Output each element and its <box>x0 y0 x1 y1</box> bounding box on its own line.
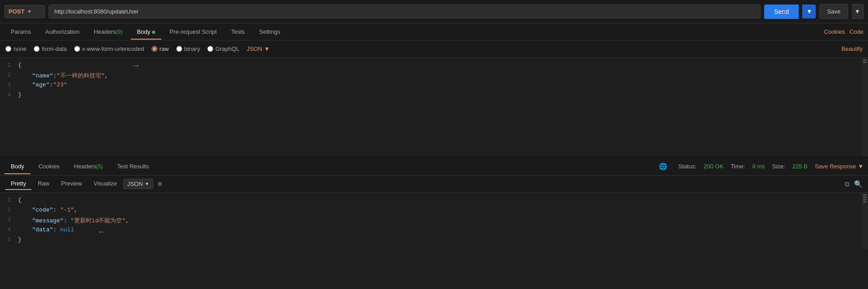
radio-form-data[interactable]: form-data <box>34 45 67 52</box>
size-value: 225 B <box>792 163 808 170</box>
tab-params[interactable]: Params <box>4 25 37 40</box>
tabs-right-links: Cookies Code <box>824 28 864 35</box>
req-line-3: 3 "age":"23" <box>0 81 868 91</box>
resp-scrollbar[interactable] <box>862 193 868 249</box>
resp-arrow-annotation: ← <box>99 227 104 237</box>
beautify-button[interactable]: Beautify <box>841 45 863 52</box>
json-format-dropdown[interactable]: JSON ▼ <box>246 45 270 52</box>
req-line-4: 4 } <box>0 91 868 101</box>
fmt-tab-pretty[interactable]: Pretty <box>5 178 31 190</box>
send-button[interactable]: Send <box>764 5 799 19</box>
resp-line-2: 2 "code": "-1", <box>0 206 868 216</box>
url-input-wrapper: → <box>49 5 761 18</box>
method-select[interactable]: POST ▼ <box>4 5 45 18</box>
time-label: Time: <box>731 163 745 170</box>
save-dropdown-button[interactable]: ▼ <box>852 4 864 19</box>
lower-section: Body Cookies Headers(5) Test Results 🌐 S… <box>0 158 868 249</box>
resp-line-5: 5 } <box>0 236 868 246</box>
resp-json-dropdown-arrow: ▼ <box>145 181 149 186</box>
save-response-dropdown-icon: ▼ <box>858 163 864 170</box>
fmt-tab-visualize[interactable]: Visualize <box>88 178 122 190</box>
globe-icon: 🌐 <box>659 163 667 171</box>
cookies-link[interactable]: Cookies <box>824 28 845 35</box>
save-button[interactable]: Save <box>819 4 848 19</box>
size-label: Size: <box>772 163 785 170</box>
fmt-tab-raw[interactable]: Raw <box>32 178 55 190</box>
resp-scroll-marker-1 <box>863 194 867 196</box>
radio-urlencoded[interactable]: x-www-form-urlencoded <box>74 45 144 52</box>
copy-icon[interactable]: ⧉ <box>845 180 850 188</box>
response-format-row: Pretty Raw Preview Visualize JSON ▼ ≡ ⧉ … <box>0 176 868 193</box>
body-types: none form-data x-www-form-urlencoded raw… <box>5 45 270 52</box>
method-dropdown-icon: ▼ <box>27 9 31 14</box>
json-dropdown-arrow: ▼ <box>264 45 270 52</box>
request-editor[interactable]: 1 { 2 "name":"不一样的科技宅", 3 "age":"23" 4 }… <box>0 58 868 157</box>
response-json-selector[interactable]: JSON ▼ <box>123 179 153 189</box>
request-tabs-left: Params Authorization Headers(9) Body Pre… <box>4 24 286 39</box>
response-tabs-row: Body Cookies Headers(5) Test Results 🌐 S… <box>0 158 868 176</box>
radio-none[interactable]: none <box>5 45 27 52</box>
resp-line-3: 3 "message": "更新时id不能为空", <box>0 216 868 226</box>
req-line-2: 2 "name":"不一样的科技宅", <box>0 71 868 81</box>
body-type-row: none form-data x-www-form-urlencoded raw… <box>0 41 868 58</box>
req-scrollbar[interactable] <box>862 58 868 157</box>
tab-settings[interactable]: Settings <box>253 25 286 40</box>
resp-line-4: 4 "data": null ← <box>0 226 868 236</box>
resp-scroll-marker-3 <box>863 199 867 200</box>
resp-tab-test-results[interactable]: Test Results <box>111 159 155 174</box>
time-value: 8 ms <box>752 163 765 170</box>
top-bar: POST ▼ → Send ▼ Save ▼ <box>0 0 868 23</box>
search-icon[interactable]: 🔍 <box>854 180 863 188</box>
radio-graphql[interactable]: GraphQL <box>207 45 239 52</box>
resp-tab-body[interactable]: Body <box>4 159 31 174</box>
tab-tests[interactable]: Tests <box>225 25 251 40</box>
code-link[interactable]: Code <box>850 28 864 35</box>
radio-binary[interactable]: binary <box>176 45 200 52</box>
radio-raw[interactable]: raw <box>152 45 169 52</box>
filter-icon[interactable]: ≡ <box>158 180 162 188</box>
response-format-tabs: Pretty Raw Preview Visualize JSON ▼ ≡ <box>5 178 162 190</box>
method-label: POST <box>9 8 24 15</box>
send-dropdown-button[interactable]: ▼ <box>802 5 816 18</box>
tab-body[interactable]: Body <box>131 25 162 40</box>
response-tabs-left: Body Cookies Headers(5) Test Results <box>4 159 155 174</box>
fmt-tab-preview[interactable]: Preview <box>56 178 87 190</box>
upper-section: none form-data x-www-form-urlencoded raw… <box>0 41 868 158</box>
resp-scroll-marker-4 <box>863 201 867 203</box>
resp-tab-cookies[interactable]: Cookies <box>32 159 66 174</box>
resp-tab-headers[interactable]: Headers(5) <box>68 159 109 174</box>
url-input[interactable] <box>49 5 761 18</box>
body-dot <box>152 31 155 34</box>
scroll-marker-1 <box>863 59 867 61</box>
tab-authorization[interactable]: Authorization <box>39 25 86 40</box>
request-tabs-row: Params Authorization Headers(9) Body Pre… <box>0 23 868 41</box>
resp-scroll-marker-2 <box>863 197 867 198</box>
resp-line-1: 1 { <box>0 196 868 206</box>
tab-headers[interactable]: Headers(9) <box>88 25 129 40</box>
status-label: Status: <box>678 163 696 170</box>
status-value: 200 OK <box>704 163 724 170</box>
req-line-1: 1 { <box>0 61 868 71</box>
response-editor[interactable]: 1 { 2 "code": "-1", 3 "message": "更新时id不… <box>0 193 868 249</box>
response-meta: 🌐 Status: 200 OK Time: 8 ms Size: 225 B … <box>659 163 864 171</box>
response-icons: ⧉ 🔍 <box>845 180 863 188</box>
scroll-marker-2 <box>863 62 867 63</box>
save-response-button[interactable]: Save Response ▼ <box>815 163 864 170</box>
tab-pre-request-script[interactable]: Pre-request Script <box>163 25 223 40</box>
